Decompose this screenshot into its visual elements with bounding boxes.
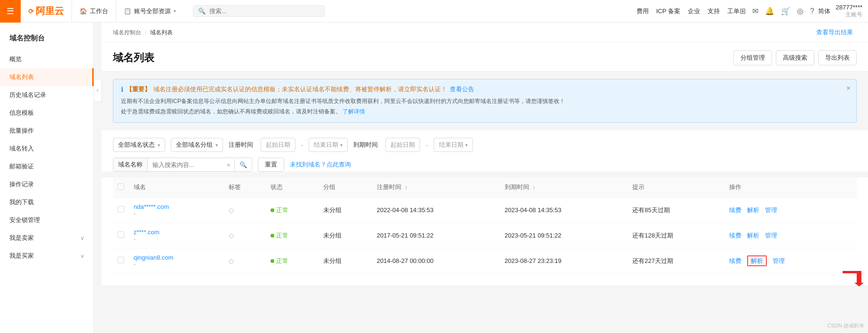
account-nav[interactable]: 📋 账号全部资源 ▾ [116,0,183,22]
th-exptime: 到期时间 ↕ [500,177,628,198]
user-id: 28777**** [836,4,862,11]
exp-start-date[interactable]: 起始日期 [385,138,420,152]
row2-actions: 续费 解析 管理 [725,223,857,248]
language-simple[interactable]: 简体 [818,7,830,16]
user-info[interactable]: 28777**** 主账号 [836,4,862,19]
row3-manage-link[interactable]: 管理 [772,257,785,264]
sidebar-group-seller[interactable]: 我是卖家 ∨ [0,229,94,247]
row1-tag-icon[interactable]: ◇ [229,206,234,214]
not-found-link[interactable]: 未找到域名？点此查询 [290,160,351,169]
breadcrumb-link-console[interactable]: 域名控制台 [113,29,141,37]
sort-exptime-icon[interactable]: ↕ [533,184,535,190]
sidebar-item-transfer[interactable]: 域名转入 [0,140,94,158]
th-tag: 标签 [224,177,266,198]
sidebar-item-batch[interactable]: 批量操作 [0,122,94,140]
export-list-button[interactable]: 导出列表 [818,50,857,65]
row2-manage-link[interactable]: 管理 [765,232,777,239]
row3-status: 正常 [266,248,319,274]
row1-checkbox[interactable] [118,206,124,213]
th-tip: 提示 [628,177,725,198]
search-submit-icon[interactable]: 🔍 [234,159,252,171]
search-box[interactable]: 🔍 [193,5,325,17]
hamburger-menu[interactable]: ☰ [0,0,21,23]
sidebar-item-lock[interactable]: 安全锁管理 [0,211,94,229]
sidebar-item-domainlist[interactable]: 域名列表 [0,68,94,86]
alert-body-link[interactable]: 了解详情 [342,108,365,115]
nav-enterprise[interactable]: 企业 [688,7,700,16]
workbench-label: 工作台 [90,7,108,16]
select-all-checkbox[interactable] [118,183,124,190]
alert-title-link[interactable]: 查看公告 [450,85,474,94]
row2-regtime: 2017-05-21 09:51:22 [372,223,500,248]
nav-fee[interactable]: 费用 [637,7,649,16]
location-icon[interactable]: ◎ [797,7,804,16]
sidebar-item-template[interactable]: 信息模板 [0,104,94,122]
logo-text: 阿里云 [36,5,64,17]
cart-icon[interactable]: 🛒 [781,7,790,16]
nav-icp[interactable]: ICP 备案 [656,7,680,16]
nav-right-items: 费用 ICP 备案 企业 支持 工单 [637,7,740,16]
page-title: 域名列表 [113,51,154,65]
row3-checkbox[interactable] [118,257,124,263]
sidebar-item-label: 域名转入 [9,144,34,153]
row2-tip: 还有128天过期 [628,223,725,248]
grid-icon[interactable]: ⊞ [740,7,746,16]
row3-tag-icon[interactable]: ◇ [229,257,234,265]
alert-close-button[interactable]: × [846,84,851,93]
sidebar-item-overview[interactable]: 概览 [0,50,94,68]
row2-status-badge: 正常 [271,231,288,240]
row1-tip: 还有85天过期 [628,198,725,223]
sidebar-collapse-button[interactable]: ‹ [94,79,102,102]
sidebar-item-email-verify[interactable]: 邮箱验证 [0,158,94,175]
row1-domain-name[interactable]: nda*****.com [134,203,219,210]
table-row-highlighted: qingnian8.com - ◇ 正常 未分组 [113,248,857,274]
row2-domain-name[interactable]: z****.com [134,229,219,236]
date-separator-1: - [301,142,303,149]
row2-tag-icon[interactable]: ◇ [229,231,234,239]
workbench-nav[interactable]: 🏠 工作台 [72,0,116,22]
group-filter[interactable]: 全部域名分组 ▾ [171,138,223,152]
chevron-down-icon: ∨ [80,235,84,241]
sidebar-item-history[interactable]: 历史域名记录 [0,86,94,104]
row3-resolve-link[interactable]: 解析 [747,255,767,266]
row3-domain-name[interactable]: qingnian8.com [134,254,219,261]
advanced-search-button[interactable]: 高级搜索 [776,50,814,65]
reg-start-date[interactable]: 起始日期 [261,138,295,152]
watermark: CSDN @咸虾米 [828,322,864,329]
domain-table-wrap: 域名 标签 状态 分组 注册时间 ↕ 到期时间 ↕ 提示 操作 [102,177,868,285]
nav-icon-group: ⊞ ✉ 🔔 🛒 ◎ ? [740,7,814,16]
domain-search-input[interactable] [148,159,223,171]
sidebar-item-label: 概览 [9,55,22,63]
help-icon[interactable]: ? [810,7,814,16]
collapse-icon: ‹ [97,87,99,94]
sidebar-item-download[interactable]: 我的下载 [0,193,94,211]
sidebar-item-oplog[interactable]: 操作记录 [0,175,94,193]
row2-checkbox[interactable] [118,231,124,238]
search-input[interactable] [209,8,319,15]
exp-end-date[interactable]: 结束日期 ▾ [434,138,473,152]
group-manage-button[interactable]: 分组管理 [733,50,772,65]
view-export-link[interactable]: 查看导出结果 [816,28,853,37]
sort-regtime-icon[interactable]: ↕ [405,184,407,190]
sidebar-group-buyer[interactable]: 我是买家 ∨ [0,247,94,265]
row2-renew-link[interactable]: 续费 [729,232,741,239]
reg-end-date[interactable]: 结束日期 ▾ [309,138,348,152]
row3-checkbox-cell [113,248,129,274]
search-clear-button[interactable]: × [223,161,234,168]
sidebar-item-label: 信息模板 [9,109,34,117]
bell-icon[interactable]: 🔔 [765,7,774,16]
status-filter[interactable]: 全部域名状态 ▾ [113,138,165,152]
row3-renew-link[interactable]: 续费 [729,257,741,264]
table-body: nda*****.com - ◇ 正常 未分组 [113,198,857,274]
sidebar-title: 域名控制台 [0,30,94,47]
row1-renew-link[interactable]: 续费 [729,206,741,214]
mail-icon[interactable]: ✉ [752,7,758,16]
nav-workorder[interactable]: 工单 [727,7,740,16]
row2-resolve-link[interactable]: 解析 [747,232,759,239]
search-area: 🔍 [183,5,637,17]
row1-manage-link[interactable]: 管理 [765,206,777,214]
reset-button[interactable]: 重置 [258,158,284,172]
domain-search-field[interactable]: 域名名称 × 🔍 [113,158,252,172]
row1-resolve-link[interactable]: 解析 [747,206,759,214]
nav-support[interactable]: 支持 [708,7,720,16]
